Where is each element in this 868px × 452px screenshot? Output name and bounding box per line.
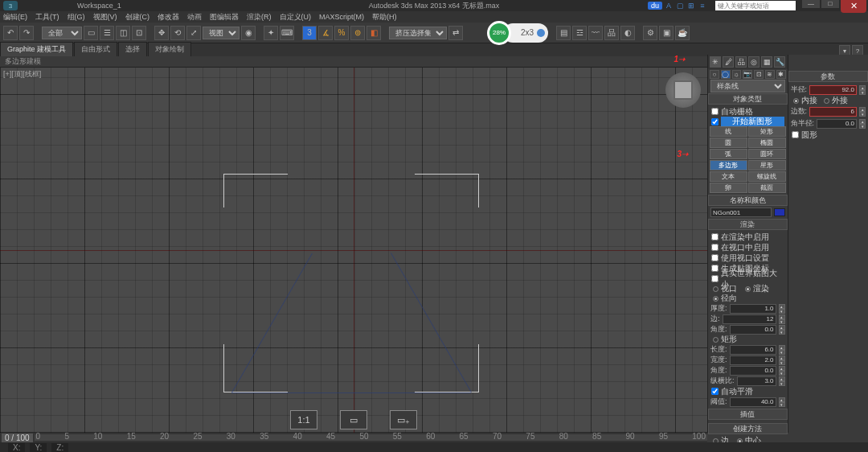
menu-tools[interactable]: 工具(T) <box>35 12 59 23</box>
grid-icon[interactable]: ⊞ <box>686 1 696 10</box>
rect-radio[interactable] <box>713 337 719 343</box>
aspect-button[interactable]: 1:1 <box>290 410 317 429</box>
menu-help[interactable]: 帮助(H) <box>372 12 397 23</box>
geometry-cat-icon[interactable]: ○ <box>710 70 719 79</box>
motion-tab-icon[interactable]: ◎ <box>748 56 760 68</box>
obj-ngon-button[interactable]: 多边形 <box>710 160 747 171</box>
autosmooth-checkbox[interactable] <box>711 388 719 395</box>
coord-z[interactable]: Z: <box>51 443 68 452</box>
named-selection-dropdown[interactable]: 挤压选择集 <box>389 27 447 39</box>
menu-rendering[interactable]: 渲染(R) <box>247 12 272 23</box>
close-button[interactable]: ✕ <box>841 0 866 13</box>
systems-cat-icon[interactable]: ✱ <box>776 70 786 79</box>
select-object-button[interactable]: ▭ <box>84 26 98 40</box>
scale-button[interactable]: ⤢ <box>186 26 201 40</box>
numsides-spinner[interactable]: 6 <box>809 107 857 117</box>
menu-grapheditors[interactable]: 图编辑器 <box>210 12 239 23</box>
percent-snap-button[interactable]: % <box>334 26 349 40</box>
cameras-cat-icon[interactable]: 📷 <box>743 70 752 79</box>
rollout-interpolation[interactable]: 插值 <box>708 409 788 420</box>
display-tab-icon[interactable]: ▦ <box>761 56 772 68</box>
utilities-tab-icon[interactable]: 🔧 <box>774 56 785 68</box>
clip-icon[interactable]: ▢ <box>675 1 685 10</box>
viewport-label[interactable]: [+][顶][线框] <box>3 69 41 80</box>
radius-spinner[interactable]: 92.0 <box>809 85 857 95</box>
bars-icon[interactable]: ≡ <box>698 1 707 10</box>
lights-cat-icon[interactable]: ☼ <box>732 70 742 79</box>
viewcube-face-icon[interactable] <box>674 80 693 100</box>
ribbon-tab-objectpaint[interactable]: 对象绘制 <box>148 42 191 56</box>
menu-create[interactable]: 创建(C) <box>125 12 150 23</box>
menu-group[interactable]: 组(G) <box>68 12 85 23</box>
obj-star-button[interactable]: 星形 <box>748 160 786 171</box>
schematic-view-button[interactable]: 品 <box>604 26 619 40</box>
helpers-cat-icon[interactable]: ⊡ <box>754 70 764 79</box>
use-viewport-checkbox[interactable] <box>711 254 719 261</box>
curve-editor-button[interactable]: 〰 <box>588 26 603 40</box>
obj-section-button[interactable]: 截面 <box>748 183 786 193</box>
inscribed-radio[interactable] <box>793 98 799 104</box>
render-radio[interactable] <box>745 286 751 292</box>
thickness-spinner[interactable]: 1.0 <box>730 304 776 314</box>
window-crossing-button[interactable]: ⊡ <box>132 26 146 40</box>
snap-toggle-button[interactable]: 3 <box>302 26 317 40</box>
text-a-icon[interactable]: A <box>664 1 674 10</box>
viewport-radio[interactable] <box>713 286 719 292</box>
angle2-spinner[interactable]: 0.0 <box>730 366 776 376</box>
render-frame-button[interactable]: ▣ <box>659 26 674 40</box>
gen-mapping-checkbox[interactable] <box>711 265 719 272</box>
obj-egg-button[interactable]: 卵 <box>710 183 747 193</box>
length-spinner[interactable]: 6.0 <box>730 345 776 355</box>
start-new-shape-checkbox[interactable] <box>711 118 719 125</box>
refcoord-dropdown[interactable]: 视图 <box>203 27 240 39</box>
redo-button[interactable]: ↷ <box>19 26 34 40</box>
baidu-icon[interactable]: du <box>648 2 662 10</box>
angle-spinner[interactable]: 0.0 <box>730 325 776 335</box>
minimize-button[interactable]: — <box>802 0 820 8</box>
edged-faces-button[interactable]: ◧ <box>366 26 381 40</box>
align-button[interactable]: ▤ <box>556 26 571 40</box>
rollout-parameters[interactable]: 参数 <box>788 71 869 82</box>
obj-text-button[interactable]: 文本 <box>710 171 747 182</box>
shapes-cat-icon[interactable]: ◯ <box>721 70 731 79</box>
region-button[interactable]: ▭₊ <box>390 410 417 429</box>
keyboard-shortcut-button[interactable]: ⌨ <box>280 26 294 40</box>
modify-tab-icon[interactable]: 🖉 <box>723 56 734 68</box>
rollout-object-type[interactable]: 对象类型 <box>708 93 788 105</box>
radial-radio[interactable] <box>713 296 719 302</box>
cornerr-spinner[interactable]: 0.0 <box>817 119 857 129</box>
enable-viewport-checkbox[interactable] <box>711 244 719 251</box>
spinner-snap-button[interactable]: ⊚ <box>350 26 365 40</box>
menu-modifiers[interactable]: 修改器 <box>158 12 179 23</box>
rollout-rendering[interactable]: 渲染 <box>708 219 788 230</box>
obj-helix-button[interactable]: 螺旋线 <box>748 171 786 182</box>
obj-ellipse-button[interactable]: 椭圆 <box>748 138 786 148</box>
selection-filter-dropdown[interactable]: 全部 <box>42 27 82 39</box>
workspace-selector[interactable]: Workspace_1 <box>77 2 121 10</box>
enable-render-checkbox[interactable] <box>711 233 719 240</box>
circular-checkbox[interactable] <box>792 131 799 138</box>
circumscribed-radio[interactable] <box>824 98 829 104</box>
ribbon-tab-selection[interactable]: 选择 <box>118 42 147 56</box>
sides-spinner[interactable]: 12 <box>723 314 776 324</box>
render-button[interactable]: ☕ <box>675 26 690 40</box>
menu-maxscript[interactable]: MAXScript(M) <box>319 13 364 21</box>
real-world-checkbox[interactable] <box>711 275 719 282</box>
shape-type-dropdown[interactable]: 样条线 <box>710 80 785 92</box>
mirror-button[interactable]: ⇄ <box>448 26 463 40</box>
rollout-creation-method[interactable]: 创建方法 <box>708 423 788 434</box>
help-search-input[interactable] <box>715 1 796 10</box>
time-track[interactable]: 0510152025303540455055606570758085909510… <box>35 434 707 441</box>
create-tab-icon[interactable]: ✳ <box>710 56 721 68</box>
space-warps-cat-icon[interactable]: ≋ <box>765 70 775 79</box>
object-color-swatch[interactable] <box>774 208 785 216</box>
coord-x[interactable]: X: <box>8 443 25 452</box>
select-region-button[interactable]: ◫ <box>116 26 130 40</box>
width-spinner[interactable]: 2.0 <box>730 355 776 365</box>
viewport-top[interactable]: [+][顶][线框] 1:1 ▭ ▭₊ <box>0 68 707 433</box>
material-editor-button[interactable]: ◐ <box>620 26 635 40</box>
rotate-button[interactable]: ⟲ <box>170 26 185 40</box>
obj-arc-button[interactable]: 弧 <box>710 149 747 159</box>
maximize-button[interactable]: □ <box>821 0 839 8</box>
aspect-spinner[interactable]: 3.0 <box>737 376 776 386</box>
